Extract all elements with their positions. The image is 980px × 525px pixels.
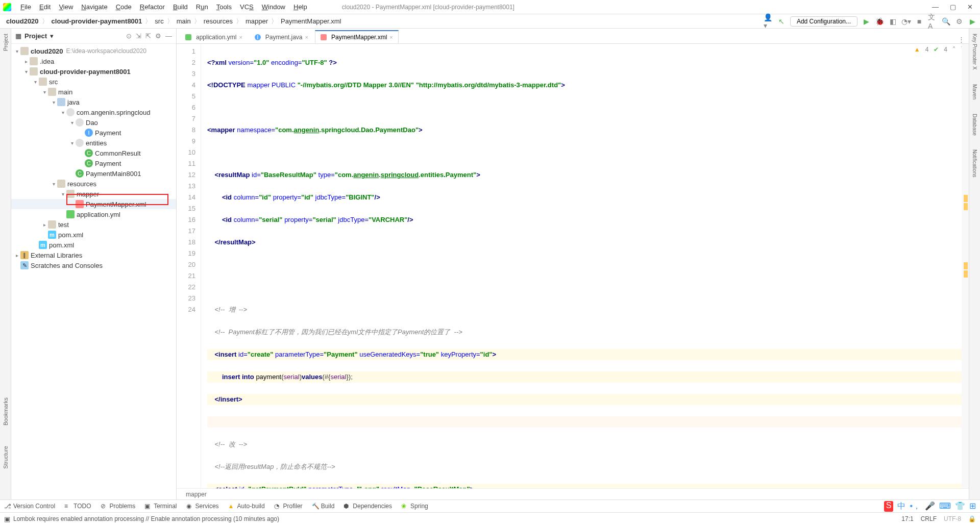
btab-deps[interactable]: ⬢Dependencies <box>344 503 392 510</box>
tree-payment-cls[interactable]: Payment <box>95 160 121 167</box>
btab-terminal[interactable]: ▣Terminal <box>144 503 177 510</box>
maximize-icon[interactable]: ▢ <box>950 3 956 11</box>
editor-breadcrumb[interactable]: mapper <box>177 488 969 499</box>
tool-window-icon[interactable]: ▣ <box>4 515 10 523</box>
menu-build[interactable]: Build <box>169 3 192 11</box>
hammer-icon[interactable]: ↖ <box>777 17 786 26</box>
coverage-icon[interactable]: ◧ <box>888 17 897 26</box>
btab-vcs[interactable]: ⎇Version Control <box>4 503 55 510</box>
target-icon[interactable]: ⊙ <box>126 32 132 40</box>
menu-navigate[interactable]: Navigate <box>77 3 111 11</box>
menu-tools[interactable]: Tools <box>212 3 236 11</box>
tree-pom2[interactable]: pom.xml <box>49 241 74 249</box>
code-content[interactable]: <?xml version="1.0" encoding="UTF-8" ?> … <box>201 44 962 488</box>
tool-maven[interactable]: Maven <box>972 84 977 99</box>
tree-main[interactable]: main <box>58 88 72 96</box>
tree-src[interactable]: src <box>49 78 58 86</box>
kb-icon[interactable]: ⌨ <box>939 501 951 512</box>
hide-icon[interactable]: — <box>165 32 172 40</box>
tab-application-yml[interactable]: application.yml× <box>180 30 248 43</box>
tree-resources[interactable]: resources <box>67 180 96 188</box>
more-icon[interactable]: ▶ <box>968 17 977 26</box>
menu-edit[interactable]: Edit <box>35 3 55 11</box>
dropdown-icon[interactable]: ▾ <box>50 32 54 40</box>
line-ending[interactable]: CRLF <box>921 515 937 522</box>
search-icon[interactable]: 🔍 <box>941 17 950 26</box>
menu-help[interactable]: Help <box>289 3 311 11</box>
close-icon[interactable]: × <box>239 34 242 40</box>
cn-icon[interactable]: 中 <box>897 501 905 512</box>
crumb-main[interactable]: main <box>174 17 194 25</box>
tree-pom[interactable]: pom.xml <box>58 231 83 239</box>
tab-more-icon[interactable]: ⋮ <box>954 36 969 43</box>
tree-paymentmain[interactable]: PaymentMain8001 <box>86 170 141 178</box>
tree-commonresult[interactable]: CommonResult <box>95 149 141 157</box>
tool-keypromoter[interactable]: Key Promoter X <box>972 34 977 70</box>
tree-external[interactable]: External Libraries <box>31 252 82 259</box>
dot-icon[interactable]: •， <box>910 501 921 512</box>
ime-icon[interactable]: S <box>884 501 894 512</box>
menu-refactor[interactable]: Refactor <box>136 3 169 11</box>
collapse-icon[interactable]: ⇱ <box>145 32 151 40</box>
tree-entities[interactable]: entities <box>86 139 107 147</box>
menu-vcs[interactable]: VCS <box>236 3 258 11</box>
tree-java[interactable]: java <box>67 98 80 106</box>
user-icon[interactable]: 👤▾ <box>764 17 773 26</box>
minimize-icon[interactable]: — <box>932 3 939 11</box>
btab-services[interactable]: ◉Services <box>186 503 219 510</box>
close-icon[interactable]: × <box>389 34 393 40</box>
tree-scratches[interactable]: Scratches and Consoles <box>31 262 103 269</box>
tree-appyml[interactable]: application.yml <box>77 211 120 218</box>
debug-icon[interactable]: 🐞 <box>875 17 884 26</box>
btab-problems[interactable]: ⊘Problems <box>101 503 136 510</box>
tree-idea[interactable]: .idea <box>40 58 54 65</box>
person-icon[interactable]: 👕 <box>955 501 965 512</box>
crumb-module[interactable]: cloud-provider-payment8001 <box>48 17 145 25</box>
tree-mapper[interactable]: mapper <box>77 190 99 198</box>
btab-build[interactable]: 🔨Build <box>312 503 335 510</box>
tool-bookmarks[interactable]: Bookmarks <box>3 397 9 426</box>
error-stripe[interactable] <box>962 44 969 488</box>
run-icon[interactable]: ▶ <box>862 17 871 26</box>
menu-file[interactable]: File <box>16 3 35 11</box>
close-icon[interactable]: ✕ <box>967 3 973 11</box>
tree-dao[interactable]: Dao <box>86 119 98 127</box>
tool-structure[interactable]: Structure <box>3 446 9 469</box>
tree-pkg[interactable]: com.angenin.springcloud <box>77 109 151 116</box>
add-configuration-button[interactable]: Add Configuration... <box>790 16 857 27</box>
menu-window[interactable]: Window <box>258 3 289 11</box>
crumb-mapper[interactable]: mapper <box>242 17 271 25</box>
project-tree[interactable]: ▾cloud2020E:\idea-workspace\cloud2020 ▸.… <box>11 44 176 499</box>
crumb-file[interactable]: PaymentMapper.xml <box>278 17 345 25</box>
encoding[interactable]: UTF-8 <box>944 515 961 522</box>
tool-notifications[interactable]: Notifications <box>972 149 977 177</box>
menu-view[interactable]: View <box>55 3 77 11</box>
tab-paymentmapper-xml[interactable]: PaymentMapper.xml× <box>315 30 399 43</box>
expand-icon[interactable]: ⇲ <box>136 32 141 40</box>
tool-database[interactable]: Database <box>972 114 977 136</box>
grid-icon[interactable]: ⊞ <box>969 501 976 512</box>
tree-paymentmapper[interactable]: PaymentMapper.xml <box>86 201 146 208</box>
tree-module[interactable]: cloud-provider-payment8001 <box>40 68 131 76</box>
profile-icon[interactable]: ◔▾ <box>901 17 911 26</box>
crumb-resources[interactable]: resources <box>201 17 236 25</box>
gear-icon[interactable]: ⚙ <box>155 32 161 40</box>
translate-icon[interactable]: 文A <box>928 17 937 26</box>
tree-payment-iface[interactable]: Payment <box>95 129 121 137</box>
tree-root[interactable]: cloud2020 <box>31 47 63 55</box>
menu-code[interactable]: Code <box>112 3 136 11</box>
btab-autobuild[interactable]: ▲Auto-build <box>228 503 265 510</box>
tab-payment-java[interactable]: IPayment.java× <box>249 30 314 43</box>
close-icon[interactable]: × <box>305 34 308 40</box>
stop-icon[interactable]: ■ <box>915 17 924 26</box>
btab-profiler[interactable]: ◔Profiler <box>274 503 303 510</box>
tool-project[interactable]: Project <box>3 34 9 51</box>
cursor-pos[interactable]: 17:1 <box>901 515 913 522</box>
btab-spring[interactable]: ❀Spring <box>401 503 428 510</box>
tree-test[interactable]: test <box>58 221 69 229</box>
lock-icon[interactable]: 🔒 <box>968 515 976 522</box>
btab-todo[interactable]: ≡TODO <box>64 503 91 510</box>
menu-run[interactable]: Run <box>192 3 212 11</box>
mic-icon[interactable]: 🎤 <box>925 501 935 512</box>
crumb-root[interactable]: cloud2020 <box>3 17 42 25</box>
